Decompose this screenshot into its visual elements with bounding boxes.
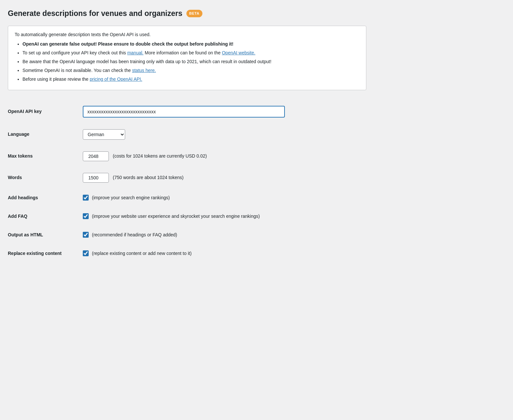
add-faq-field: (improve your website user experience an… (83, 213, 366, 220)
page-title: Generate descriptions for venues and org… (8, 8, 183, 19)
add-headings-checkbox[interactable] (83, 195, 89, 201)
info-box: To automatically generate description te… (8, 26, 366, 90)
manual-link[interactable]: manual. (127, 50, 143, 55)
add-faq-checkbox[interactable] (83, 213, 89, 219)
info-item-1: OpenAI can generate false output! Please… (22, 41, 359, 48)
language-row: Language German English French Spanish (8, 123, 366, 146)
max-tokens-helper: (costs for 1024 tokens are currently USD… (113, 153, 207, 160)
add-headings-label: Add headings (8, 195, 38, 200)
api-key-input[interactable] (83, 106, 285, 118)
add-headings-field: (improve your search engine rankings) (83, 194, 366, 201)
output-html-checkbox[interactable] (83, 232, 89, 238)
replace-content-label: Replace existing content (8, 251, 62, 256)
openai-website-link[interactable]: OpenAI website. (222, 50, 256, 55)
output-html-helper: (recommended if headings or FAQ added) (92, 231, 177, 238)
words-label: Words (8, 175, 22, 180)
info-item-2: To set up and configure your API key che… (22, 49, 359, 56)
info-item-3: Be aware that the OpenAI language model … (22, 58, 359, 65)
words-input[interactable] (83, 173, 109, 183)
words-row: Words (750 words are about 1024 tokens) (8, 167, 366, 189)
pricing-link[interactable]: pricing of the OpenAI API. (90, 77, 142, 82)
replace-content-row: Replace existing content (replace existi… (8, 244, 366, 263)
replace-content-helper: (replace existing content or add new con… (92, 250, 192, 257)
add-faq-row: Add FAQ (improve your website user exper… (8, 207, 366, 226)
status-link[interactable]: status here. (132, 68, 156, 73)
beta-badge: BETA (186, 10, 202, 17)
api-key-row: OpenAI API key (8, 100, 366, 123)
info-intro: To automatically generate description te… (15, 31, 359, 38)
replace-content-field: (replace existing content or add new con… (83, 250, 366, 257)
words-helper: (750 words are about 1024 tokens) (113, 174, 183, 181)
page-header: Generate descriptions for venues and org… (8, 8, 366, 19)
info-item-4: Sometime OpenAI is not available. You ca… (22, 67, 359, 74)
output-html-row: Output as HTML (recommended if headings … (8, 226, 366, 244)
max-tokens-label: Max tokens (8, 153, 33, 159)
output-html-field: (recommended if headings or FAQ added) (83, 231, 366, 238)
add-headings-helper: (improve your search engine rankings) (92, 194, 170, 201)
output-html-label: Output as HTML (8, 232, 43, 237)
language-label: Language (8, 132, 29, 137)
max-tokens-input[interactable] (83, 151, 109, 161)
words-field: (750 words are about 1024 tokens) (83, 173, 366, 183)
add-headings-row: Add headings (improve your search engine… (8, 189, 366, 207)
settings-form: OpenAI API key Language German English F… (8, 100, 366, 263)
page-wrapper: Generate descriptions for venues and org… (8, 8, 366, 263)
api-key-label: OpenAI API key (8, 109, 42, 114)
language-select[interactable]: German English French Spanish (83, 129, 125, 140)
info-item-1-text: OpenAI can generate false output! Please… (22, 41, 233, 47)
max-tokens-field: (costs for 1024 tokens are currently USD… (83, 151, 366, 161)
info-item-5: Before using it please review the pricin… (22, 76, 359, 83)
add-faq-helper: (improve your website user experience an… (92, 213, 260, 220)
info-list: OpenAI can generate false output! Please… (15, 41, 359, 83)
max-tokens-row: Max tokens (costs for 1024 tokens are cu… (8, 146, 366, 167)
replace-content-checkbox[interactable] (83, 250, 89, 256)
add-faq-label: Add FAQ (8, 214, 27, 219)
